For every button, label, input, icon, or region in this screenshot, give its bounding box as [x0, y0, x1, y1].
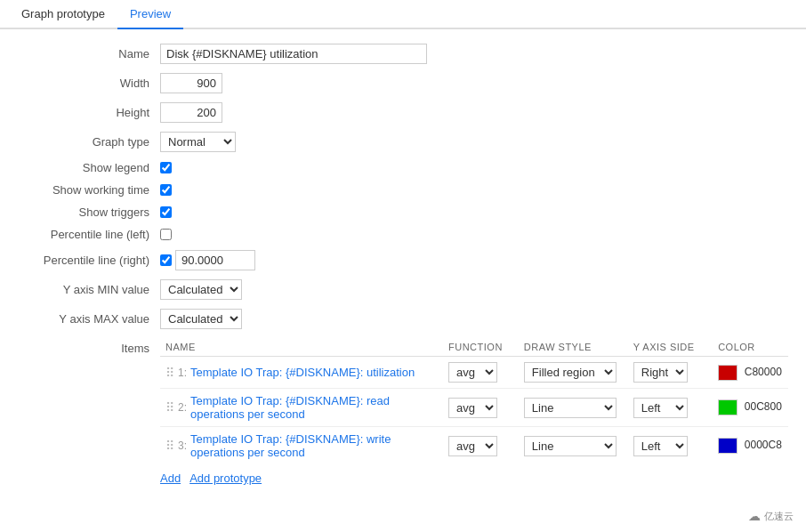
col-header-function: FUNCTION — [443, 338, 519, 357]
item-function-cell: avgminmaxalllast — [443, 389, 519, 427]
item-function-cell: avgminmaxalllast — [443, 357, 519, 389]
graph-type-label: Graph type — [18, 135, 160, 149]
tab-preview[interactable]: Preview — [117, 0, 183, 29]
drag-handle[interactable]: ⠿ — [165, 400, 174, 415]
percentile-right-input[interactable] — [175, 250, 255, 270]
percentile-left-checkbox[interactable] — [160, 229, 172, 240]
item-y-axis-cell: LeftRight — [628, 389, 713, 427]
item-color-cell: 00C800 — [713, 389, 788, 427]
show-legend-label: Show legend — [18, 161, 160, 174]
y-axis-min-row: Y axis MIN value Calculated Fixed Item — [18, 279, 788, 300]
y-axis-select-0[interactable]: LeftRight — [633, 362, 688, 383]
function-select-0[interactable]: avgminmaxalllast — [448, 362, 497, 383]
show-working-time-checkbox[interactable] — [160, 184, 172, 196]
function-select-1[interactable]: avgminmaxalllast — [448, 398, 497, 418]
item-link[interactable]: Template IO Trap: {#DISKNAME}: read oper… — [190, 394, 438, 421]
main-content: Name Width Height Graph type Normal Stac… — [0, 29, 806, 499]
draw-style-select-0[interactable]: LineFilled regionBold lineDotDashed line… — [524, 362, 617, 383]
tab-bar: Graph prototype Preview — [0, 0, 806, 29]
y-axis-max-control: Calculated Fixed Item — [160, 309, 242, 329]
item-draw-style-cell: LineFilled regionBold lineDotDashed line… — [519, 427, 628, 465]
height-label: Height — [18, 106, 160, 119]
item-function-cell: avgminmaxalllast — [443, 427, 519, 465]
graph-type-select[interactable]: Normal Stacked Pie Exploded — [160, 132, 236, 152]
percentile-left-label: Percentile line (left) — [18, 228, 160, 241]
table-header-row: NAME FUNCTION DRAW STYLE Y AXIS SIDE COL… — [160, 338, 788, 357]
show-triggers-row: Show triggers — [18, 206, 788, 219]
y-axis-max-label: Y axis MAX value — [18, 312, 160, 326]
height-control — [160, 102, 222, 123]
item-link[interactable]: Template IO Trap: {#DISKNAME}: write ope… — [190, 432, 438, 459]
height-row: Height — [18, 102, 788, 123]
watermark-icon: ☁ — [748, 509, 761, 523]
y-axis-max-select[interactable]: Calculated Fixed Item — [160, 309, 242, 329]
drag-handle[interactable]: ⠿ — [165, 366, 174, 380]
item-name-cell: ⠿ 3: Template IO Trap: {#DISKNAME}: writ… — [160, 427, 443, 465]
items-table-wrap: NAME FUNCTION DRAW STYLE Y AXIS SIDE COL… — [160, 338, 788, 485]
percentile-right-row: Percentile line (right) — [18, 250, 788, 270]
show-legend-checkbox[interactable] — [160, 162, 172, 173]
item-color-cell: C80000 — [713, 357, 788, 389]
y-axis-min-select[interactable]: Calculated Fixed Item — [160, 279, 242, 300]
show-working-time-label: Show working time — [18, 183, 160, 197]
item-color-cell: 0000C8 — [713, 427, 788, 465]
item-y-axis-cell: LeftRight — [628, 427, 713, 465]
row-num: 1: — [178, 367, 187, 379]
width-control — [160, 73, 222, 93]
col-header-name: NAME — [160, 338, 443, 357]
percentile-left-control — [160, 229, 172, 240]
draw-style-select-1[interactable]: LineFilled regionBold lineDotDashed line… — [524, 398, 617, 418]
table-row: ⠿ 1: Template IO Trap: {#DISKNAME}: util… — [160, 357, 788, 389]
col-header-draw-style: DRAW STYLE — [519, 338, 628, 357]
height-input[interactable] — [160, 102, 222, 123]
table-row: ⠿ 2: Template IO Trap: {#DISKNAME}: read… — [160, 389, 788, 427]
y-axis-select-1[interactable]: LeftRight — [633, 398, 688, 418]
percentile-right-checkbox[interactable] — [160, 254, 172, 266]
tab-graph-prototype[interactable]: Graph prototype — [9, 0, 117, 29]
name-input[interactable] — [160, 44, 427, 64]
width-row: Width — [18, 73, 788, 93]
show-legend-row: Show legend — [18, 161, 788, 174]
add-prototype-link[interactable]: Add prototype — [189, 472, 262, 485]
item-name-cell: ⠿ 2: Template IO Trap: {#DISKNAME}: read… — [160, 389, 443, 427]
table-row: ⠿ 3: Template IO Trap: {#DISKNAME}: writ… — [160, 427, 788, 465]
item-link[interactable]: Template IO Trap: {#DISKNAME}: utilizati… — [190, 366, 415, 379]
show-legend-control — [160, 162, 172, 173]
color-swatch-1[interactable] — [718, 399, 737, 415]
name-row: Name — [18, 44, 788, 64]
color-swatch-0[interactable] — [718, 365, 737, 381]
function-select-2[interactable]: avgminmaxalllast — [448, 436, 497, 456]
width-label: Width — [18, 77, 160, 90]
drag-handle[interactable]: ⠿ — [165, 439, 174, 453]
percentile-right-control — [160, 250, 255, 270]
col-header-color: COLOR — [713, 338, 788, 357]
watermark: ☁ 亿速云 — [748, 509, 794, 523]
width-input[interactable] — [160, 73, 222, 93]
y-axis-min-label: Y axis MIN value — [18, 283, 160, 296]
show-working-time-control — [160, 184, 172, 196]
name-label: Name — [18, 47, 160, 60]
percentile-right-label: Percentile line (right) — [18, 254, 160, 267]
color-text-2: 0000C8 — [745, 439, 782, 451]
add-link[interactable]: Add — [160, 472, 181, 485]
color-swatch-2[interactable] — [718, 438, 737, 454]
draw-style-select-2[interactable]: LineFilled regionBold lineDotDashed line… — [524, 436, 617, 456]
show-triggers-checkbox[interactable] — [160, 206, 172, 218]
color-text-1: 00C800 — [745, 400, 782, 413]
y-axis-select-2[interactable]: LeftRight — [633, 436, 688, 456]
graph-type-row: Graph type Normal Stacked Pie Exploded — [18, 132, 788, 152]
item-draw-style-cell: LineFilled regionBold lineDotDashed line… — [519, 357, 628, 389]
items-table: NAME FUNCTION DRAW STYLE Y AXIS SIDE COL… — [160, 338, 788, 464]
items-section: Items NAME FUNCTION DRAW STYLE Y AXIS SI… — [18, 338, 788, 485]
name-control — [160, 44, 427, 64]
col-header-y-axis-side: Y AXIS SIDE — [628, 338, 713, 357]
items-label: Items — [18, 338, 160, 355]
item-y-axis-cell: LeftRight — [628, 357, 713, 389]
show-triggers-control — [160, 206, 172, 218]
show-working-time-row: Show working time — [18, 183, 788, 197]
y-axis-min-control: Calculated Fixed Item — [160, 279, 242, 300]
graph-type-control: Normal Stacked Pie Exploded — [160, 132, 236, 152]
item-name-cell: ⠿ 1: Template IO Trap: {#DISKNAME}: util… — [160, 357, 443, 389]
row-num: 2: — [178, 401, 187, 414]
item-draw-style-cell: LineFilled regionBold lineDotDashed line… — [519, 389, 628, 427]
